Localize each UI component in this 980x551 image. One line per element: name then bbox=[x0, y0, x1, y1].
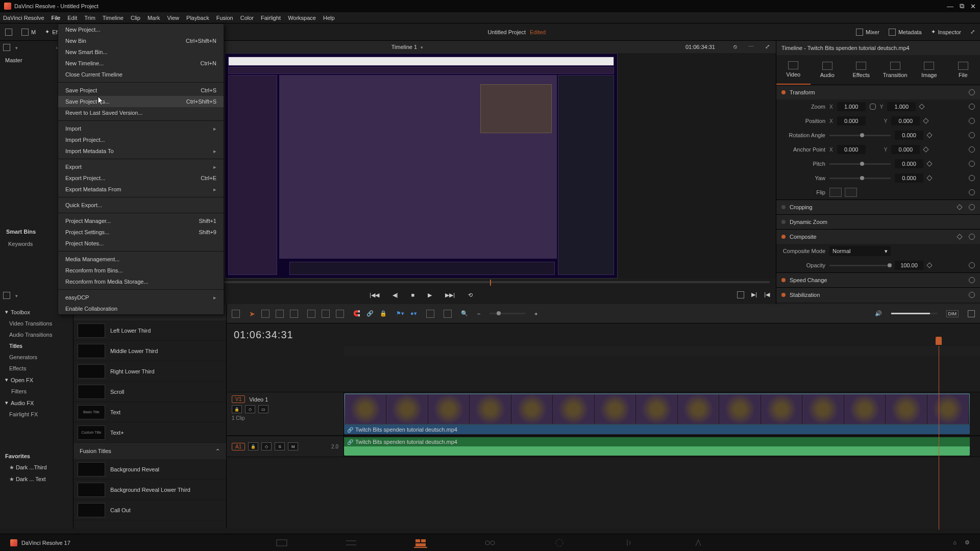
menu-fusion[interactable]: Fusion bbox=[216, 15, 233, 21]
volume-icon[interactable]: 🔊 bbox=[875, 310, 882, 317]
file-menu-easydcp[interactable]: easyDCP bbox=[58, 292, 224, 303]
file-menu-save-project[interactable]: Save ProjectCtrl+S bbox=[58, 85, 224, 96]
fusion-title-call-out[interactable]: Call Out bbox=[74, 500, 226, 520]
effects-audio-transitions[interactable]: Audio Transitions bbox=[0, 329, 73, 340]
fairlight-fx-item[interactable]: Fairlight FX bbox=[0, 409, 73, 420]
media-pool-tab[interactable]: M bbox=[21, 29, 36, 36]
pitch-reset[interactable] bbox=[969, 161, 975, 167]
volume-slider[interactable] bbox=[891, 313, 937, 314]
stop-icon[interactable]: ■ bbox=[411, 292, 415, 298]
zoom-in-icon[interactable]: + bbox=[534, 311, 537, 317]
yaw-kf[interactable] bbox=[926, 175, 932, 181]
effects-titles[interactable]: Titles bbox=[0, 340, 73, 352]
fairlight-page-button[interactable] bbox=[622, 538, 635, 548]
timeline-opts-icon[interactable] bbox=[444, 310, 452, 318]
lock-tool-icon[interactable]: 🔒 bbox=[380, 310, 387, 317]
timeline-zoom-slider[interactable] bbox=[489, 313, 525, 314]
title-middle-lower-third[interactable]: Middle Lower Third bbox=[74, 341, 226, 361]
close-button[interactable]: ✕ bbox=[970, 3, 976, 10]
speed-change-header[interactable]: Speed Change bbox=[776, 273, 980, 287]
file-menu-save-project-as[interactable]: Save Project As...Ctrl+Shift+S bbox=[58, 96, 224, 107]
file-menu-close-current-timeline[interactable]: Close Current Timeline bbox=[58, 69, 224, 80]
prev-frame-icon[interactable]: ◀| bbox=[393, 292, 398, 298]
file-menu-reconform-from-bins[interactable]: Reconform from Bins... bbox=[58, 265, 224, 276]
filters-item[interactable]: Filters bbox=[0, 386, 73, 397]
video-clip[interactable]: 🔗 Twitch Bits spenden tutorial deutsch.m… bbox=[344, 393, 970, 434]
menu-davinci-resolve[interactable]: DaVinci Resolve bbox=[3, 15, 44, 21]
timeline-name[interactable]: Timeline 1 bbox=[391, 44, 423, 50]
blade-tool[interactable] bbox=[290, 310, 298, 318]
yaw-input[interactable]: 0.000 bbox=[895, 173, 923, 183]
link-tool-icon[interactable]: 🔗 bbox=[366, 310, 374, 317]
a1-badge[interactable]: A1 bbox=[232, 443, 245, 450]
zoom-fit-icon[interactable]: 🔍 bbox=[461, 310, 468, 317]
inspector-tab-file[interactable]: File bbox=[946, 55, 981, 85]
file-menu-quick-export[interactable]: Quick Export... bbox=[58, 199, 224, 211]
openfx-header[interactable]: ▾ Open FX bbox=[0, 374, 73, 386]
dim-icon[interactable]: DIM bbox=[946, 310, 959, 317]
zoom-out-icon[interactable]: − bbox=[477, 311, 480, 317]
menu-timeline[interactable]: Timeline bbox=[103, 15, 124, 21]
file-menu-import-project[interactable]: Import Project... bbox=[58, 134, 224, 145]
color-page-button[interactable] bbox=[553, 538, 566, 548]
pos-reset[interactable] bbox=[969, 118, 975, 124]
replace-tool[interactable] bbox=[336, 310, 344, 318]
bypass-icon[interactable]: ⦸ bbox=[733, 43, 737, 50]
composite-mode-select[interactable]: Normal▾ bbox=[829, 246, 891, 256]
mini-playhead[interactable] bbox=[490, 280, 491, 286]
yaw-reset[interactable] bbox=[969, 175, 975, 181]
file-menu-export[interactable]: Export bbox=[58, 161, 224, 172]
crop-kf[interactable] bbox=[957, 204, 962, 210]
transform-header[interactable]: Transform bbox=[776, 85, 980, 99]
menu-fairlight[interactable]: Fairlight bbox=[261, 15, 281, 21]
title-text[interactable]: Basic TitleText bbox=[74, 402, 226, 422]
deliver-page-button[interactable] bbox=[692, 538, 705, 548]
stab-reset[interactable] bbox=[969, 292, 975, 298]
file-menu-new-project[interactable]: New Project... bbox=[58, 24, 224, 35]
opacity-input[interactable]: 100.00 bbox=[895, 261, 923, 270]
edit-page-button[interactable] bbox=[414, 538, 427, 548]
anchor-x-input[interactable]: 0.000 bbox=[837, 145, 866, 154]
list-view-icon-2[interactable] bbox=[3, 292, 10, 299]
trim-tool[interactable] bbox=[261, 310, 270, 318]
tl-options-icon[interactable] bbox=[968, 310, 975, 317]
dynamic-trim-tool[interactable] bbox=[276, 310, 284, 318]
overwrite-tool[interactable] bbox=[322, 310, 330, 318]
fusion-title-background-reveal-lower-third[interactable]: Background Reveal Lower Third bbox=[74, 480, 226, 500]
expand-viewer-icon[interactable]: ⤢ bbox=[765, 43, 770, 50]
yaw-slider[interactable] bbox=[829, 178, 891, 179]
maximize-button[interactable]: ⧉ bbox=[960, 2, 964, 10]
a1-solo[interactable]: S bbox=[275, 442, 285, 450]
file-menu-import[interactable]: Import bbox=[58, 123, 224, 134]
effects-effects[interactable]: Effects bbox=[0, 363, 73, 374]
menu-color[interactable]: Color bbox=[240, 15, 254, 21]
v1-lock[interactable]: 🔒 bbox=[232, 405, 242, 413]
list-view-icon[interactable] bbox=[3, 44, 10, 51]
stabilization-header[interactable]: Stabilization bbox=[776, 288, 980, 302]
search-timeline-icon[interactable] bbox=[426, 310, 434, 318]
flip-v-button[interactable] bbox=[845, 188, 857, 197]
inspector-tab-effects[interactable]: Effects bbox=[844, 55, 878, 85]
zoom-y-input[interactable]: 1.000 bbox=[887, 102, 916, 111]
anchor-reset[interactable] bbox=[969, 146, 975, 153]
rot-kf[interactable] bbox=[926, 132, 932, 138]
zoom-x-input[interactable]: 1.000 bbox=[837, 102, 866, 111]
composite-header[interactable]: Composite bbox=[776, 230, 980, 244]
flag-icon[interactable]: ⚑▾ bbox=[396, 310, 404, 317]
timeline-timecode[interactable]: 01:06:34:31 bbox=[234, 329, 293, 341]
inspector-tab-image[interactable]: Image bbox=[912, 55, 946, 85]
anchor-y-input[interactable]: 0.000 bbox=[891, 145, 920, 154]
comp-reset[interactable] bbox=[969, 234, 975, 240]
flip-reset[interactable] bbox=[969, 189, 975, 195]
file-menu-export-project[interactable]: Export Project...Ctrl+E bbox=[58, 172, 224, 184]
zoom-kf[interactable] bbox=[919, 104, 925, 109]
inspector-tab-transition[interactable]: Transition bbox=[878, 55, 913, 85]
a1-auto[interactable]: ◇ bbox=[261, 442, 272, 450]
minimize-button[interactable]: — bbox=[947, 3, 953, 10]
v1-disable[interactable]: ▭ bbox=[258, 405, 268, 413]
media-page-button[interactable] bbox=[275, 538, 288, 548]
master-bin[interactable]: Master bbox=[0, 54, 66, 66]
opacity-kf[interactable] bbox=[926, 262, 932, 268]
v1-auto[interactable]: ◇ bbox=[245, 405, 255, 413]
sort-menu-2[interactable] bbox=[13, 292, 18, 298]
